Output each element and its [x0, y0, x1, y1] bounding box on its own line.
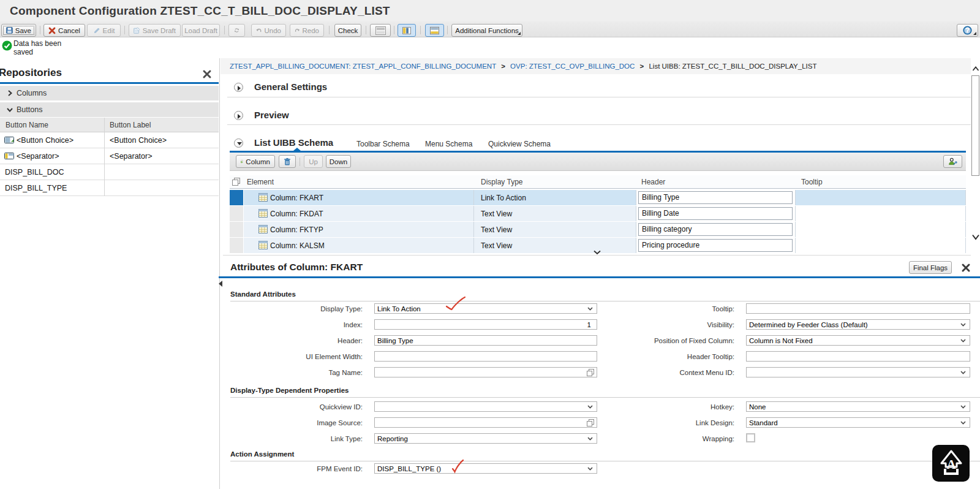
expand-preview-button[interactable] — [234, 111, 243, 120]
repo-row-disp-bill-type[interactable]: DISP_BILL_TYPE — [0, 180, 219, 196]
watermark-logo-icon: A — [938, 450, 965, 477]
layout-rows-button[interactable] — [370, 24, 391, 37]
dropdown-icon — [587, 307, 593, 311]
header-input[interactable]: Billing Type — [374, 335, 597, 346]
row-selector[interactable] — [230, 222, 243, 237]
triangle-down-icon — [237, 142, 242, 145]
context-menu-id-select[interactable] — [746, 367, 970, 377]
save-draft-button[interactable]: Save Draft — [129, 24, 181, 37]
dropdown-icon — [960, 405, 966, 409]
link-type-select[interactable]: Reporting — [374, 433, 597, 444]
quickview-id-select[interactable] — [374, 401, 597, 412]
position-of-fixed-column-label: Position of Fixed Column: — [581, 335, 734, 346]
column-header-element[interactable]: Element — [247, 178, 274, 186]
ui-element-width-input[interactable] — [374, 351, 597, 362]
scrollbar-thumb[interactable] — [971, 75, 979, 176]
move-down-button[interactable]: Down — [326, 155, 351, 168]
expand-general-settings-button[interactable] — [234, 83, 243, 92]
visibility-select[interactable]: Determined by Feeder Class (Default) — [746, 319, 970, 330]
wrapping-label: Wrapping: — [612, 433, 734, 444]
table-row-fkart[interactable]: Column: FKART Link To Action Billing Typ… — [230, 190, 966, 205]
refresh-button[interactable] — [228, 24, 245, 37]
header-cell-input[interactable]: Billing Date — [638, 207, 793, 220]
scroll-more-icon[interactable] — [593, 250, 601, 255]
collapse-left-icon[interactable] — [219, 281, 222, 287]
refresh-icon — [233, 26, 240, 34]
header-cell-input[interactable]: Billing Type — [638, 191, 793, 204]
tab-quickview-schema[interactable]: Quickview Schema — [488, 140, 551, 148]
schema-toolbar: Column Up Down — [230, 153, 966, 171]
layout-columns-button[interactable] — [398, 24, 416, 37]
breadcrumb-link-application[interactable]: ZTEST_APPL_BILLING_DOCUMENT: ZTEST_APPL_… — [230, 63, 496, 70]
dropdown-icon — [587, 467, 593, 471]
display-type-select[interactable]: Link To Action — [374, 303, 597, 314]
header-tooltip-input[interactable] — [746, 351, 970, 362]
tag-name-input[interactable] — [374, 367, 597, 377]
tab-toolbar-schema[interactable]: Toolbar Schema — [356, 140, 410, 148]
add-column-button[interactable]: Column — [236, 155, 275, 168]
column-header-tooltip[interactable]: Tooltip — [801, 178, 823, 186]
cancel-button[interactable]: Cancel — [43, 24, 85, 37]
repo-row-disp-bill-doc[interactable]: DISP_BILL_DOC — [0, 164, 219, 180]
redo-button[interactable]: Redo — [290, 24, 324, 37]
undo-button[interactable]: Undo — [251, 24, 286, 37]
breadcrumb-current: List UIBB: ZTEST_CC_T_BILL_DOC_DISPLAY_L… — [649, 63, 816, 70]
scrollbar-down-icon[interactable] — [971, 233, 980, 241]
save-button[interactable]: Save — [1, 24, 36, 37]
repo-row-button-choice[interactable]: <Button Choice> <Button Choice> — [0, 132, 219, 148]
delete-column-button[interactable] — [279, 155, 296, 168]
user-settings-icon — [948, 157, 957, 167]
move-up-button[interactable]: Up — [304, 155, 323, 168]
value-help-icon[interactable] — [587, 369, 594, 376]
message-text: Data has been saved — [13, 39, 61, 56]
table-row-fkdat[interactable]: Column: FKDAT Text View Billing Date — [230, 206, 966, 221]
help-button[interactable]: ? — [957, 24, 978, 37]
separator-icon — [4, 153, 14, 159]
final-flags-button[interactable]: Final Flags — [909, 261, 952, 274]
tab-menu-schema[interactable]: Menu Schema — [425, 140, 472, 148]
additional-functions-button[interactable]: Additional Functions — [451, 24, 522, 37]
tab-list-uibb-schema[interactable]: List UIBB Schema — [254, 137, 333, 148]
wrapping-checkbox[interactable] — [746, 433, 755, 442]
tooltip-cell — [795, 222, 966, 237]
column-header-display-type[interactable]: Display Type — [481, 178, 522, 186]
triangle-right-icon — [238, 86, 241, 91]
collapse-list-uibb-schema-button[interactable] — [234, 138, 243, 148]
tooltip-input[interactable] — [746, 303, 970, 314]
repo-row-separator[interactable]: <Separator> <Separator> — [0, 148, 219, 164]
personalization-button[interactable] — [943, 155, 962, 168]
load-draft-button[interactable]: Load Draft — [182, 24, 220, 37]
row-selector[interactable] — [230, 190, 243, 205]
attributes-close-icon[interactable] — [961, 263, 971, 273]
repositories-close-icon[interactable] — [202, 69, 212, 79]
edit-button[interactable]: Edit — [87, 24, 121, 37]
copy-rows-icon[interactable] — [232, 177, 241, 187]
column-header-header[interactable]: Header — [641, 178, 665, 186]
table-row-fktyp[interactable]: Column: FKTYP Text View Billing category — [230, 222, 966, 237]
column-grid-icon — [258, 241, 268, 249]
repo-table-header: Button Name Button Label — [0, 118, 219, 132]
fpm-event-id-select[interactable]: DISP_BILL_TYPE () — [374, 463, 597, 474]
header-cell-input[interactable]: Billing category — [638, 223, 793, 236]
layout-bottom-button[interactable] — [425, 24, 444, 37]
check-button[interactable]: Check — [334, 24, 361, 37]
chevron-down-icon — [7, 107, 13, 113]
scrollbar-up-icon[interactable] — [972, 66, 979, 72]
breadcrumb: ZTEST_APPL_BILLING_DOCUMENT: ZTEST_APPL_… — [221, 58, 971, 74]
quickview-id-label: Quickview ID: — [240, 401, 363, 412]
row-selector[interactable] — [230, 206, 243, 221]
svg-text:A: A — [946, 457, 956, 472]
breadcrumb-link-ovp[interactable]: OVP: ZTEST_CC_OVP_BILLING_DOC — [510, 63, 635, 70]
header-cell-input[interactable]: Pricing procedure — [638, 239, 793, 252]
hotkey-select[interactable]: None — [746, 401, 970, 412]
value-help-icon[interactable] — [587, 419, 594, 426]
section-columns[interactable]: Columns — [0, 86, 219, 100]
image-source-input[interactable] — [374, 417, 597, 428]
toolbar-separator — [300, 157, 300, 166]
index-input[interactable]: 1 — [374, 319, 597, 330]
row-selector[interactable] — [230, 238, 243, 253]
section-buttons[interactable]: Buttons — [0, 102, 219, 117]
position-of-fixed-column-select[interactable]: Column is Not Fixed — [746, 335, 970, 346]
link-design-select[interactable]: Standard — [746, 417, 970, 428]
splitter[interactable] — [223, 255, 971, 256]
